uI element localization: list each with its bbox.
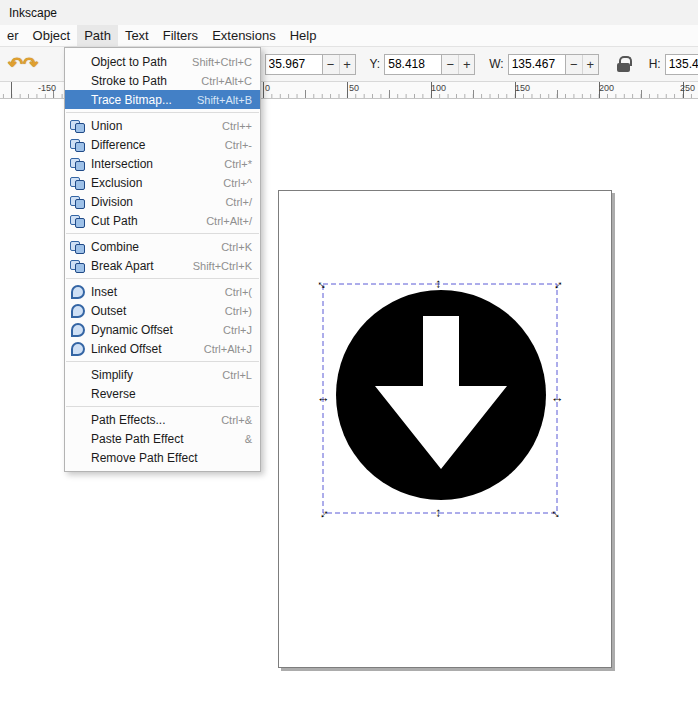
menu-item-label: Inset [91, 285, 213, 299]
menu-item-icon-spacer [69, 93, 87, 107]
menu-item-shortcut: Ctrl+& [221, 414, 252, 426]
decrement-button-w[interactable]: − [566, 55, 582, 74]
menu-item-stroke-to-path[interactable]: Stroke to PathCtrl+Alt+C [65, 71, 260, 90]
difference-icon [69, 138, 87, 152]
menu-item-shortcut: Ctrl+^ [223, 177, 252, 189]
menu-path[interactable]: Path [77, 25, 118, 46]
intersection-icon [69, 157, 87, 171]
menu-item-outset[interactable]: OutsetCtrl+) [65, 301, 260, 320]
increment-button-y[interactable]: + [458, 55, 474, 74]
scale-handle-left[interactable]: ↔ [316, 391, 330, 405]
menu-item-label: Object to Path [91, 55, 180, 69]
menu-item-reverse[interactable]: Reverse [65, 384, 260, 403]
menu-item-icon-spacer [69, 451, 87, 465]
menu-filters[interactable]: Filters [156, 25, 205, 46]
field-input-w[interactable] [508, 54, 566, 75]
menu-item-label: Union [91, 119, 210, 133]
field-input-h[interactable] [665, 54, 698, 75]
field-y: Y:−+ [370, 54, 476, 75]
menu-item-linked-offset[interactable]: Linked OffsetCtrl+Alt+J [65, 339, 260, 358]
menu-item-label: Cut Path [91, 214, 194, 228]
menu-item-path-effects[interactable]: Path Effects...Ctrl+& [65, 410, 260, 429]
scale-handle-right[interactable]: ↔ [550, 391, 564, 405]
menu-item-break-apart[interactable]: Break ApartShift+Ctrl+K [65, 256, 260, 275]
menu-text[interactable]: Text [118, 25, 156, 46]
lock-ratio-icon[interactable] [614, 53, 634, 75]
selected-object-circle-down-arrow[interactable] [336, 290, 546, 500]
scale-handle-top[interactable]: ↔ [433, 277, 447, 291]
menu-separator [66, 278, 259, 279]
menu-item-shortcut: Ctrl+/ [225, 196, 252, 208]
menu-er[interactable]: er [0, 25, 26, 46]
increment-button-x[interactable]: + [339, 55, 355, 74]
menu-item-paste-path-effect[interactable]: Paste Path Effect& [65, 429, 260, 448]
menu-item-shortcut: & [245, 433, 252, 445]
scale-handle-bottom[interactable]: ↔ [433, 506, 447, 520]
menu-item-label: Combine [91, 240, 209, 254]
ruler-label-100: 100 [431, 83, 446, 93]
menu-item-division[interactable]: DivisionCtrl+/ [65, 192, 260, 211]
spinner-y: −+ [442, 54, 475, 75]
title-bar: Inkscape [0, 0, 698, 25]
menu-item-difference[interactable]: DifferenceCtrl+- [65, 135, 260, 154]
menu-item-label: Paste Path Effect [91, 432, 233, 446]
menu-item-intersection[interactable]: IntersectionCtrl+* [65, 154, 260, 173]
menubar: erObjectPathTextFiltersExtensionsHelp [0, 25, 698, 47]
division-icon [69, 195, 87, 209]
exclusion-icon [69, 176, 87, 190]
menu-item-dynamic-offset[interactable]: Dynamic OffsetCtrl+J [65, 320, 260, 339]
menu-item-inset[interactable]: InsetCtrl+( [65, 282, 260, 301]
menu-extensions[interactable]: Extensions [205, 25, 283, 46]
menu-item-shortcut: Ctrl+Alt+C [201, 75, 252, 87]
menu-item-cut-path[interactable]: Cut PathCtrl+Alt+/ [65, 211, 260, 230]
menu-item-simplify[interactable]: SimplifyCtrl+L [65, 365, 260, 384]
field-input-x[interactable] [265, 54, 323, 75]
menu-item-label: Reverse [91, 387, 240, 401]
break-apart-icon [69, 259, 87, 273]
menu-item-icon-spacer [69, 413, 87, 427]
menu-separator [66, 361, 259, 362]
menu-item-label: Difference [91, 138, 213, 152]
field-label-w: W: [489, 57, 503, 71]
field-h: H:−+ [649, 54, 698, 75]
decrement-button-y[interactable]: − [442, 55, 458, 74]
menu-item-exclusion[interactable]: ExclusionCtrl+^ [65, 173, 260, 192]
redo-icon[interactable]: ↷ [23, 53, 38, 75]
decrement-button-x[interactable]: − [323, 55, 339, 74]
menu-item-object-to-path[interactable]: Object to PathShift+Ctrl+C [65, 52, 260, 71]
path-dropdown: Object to PathShift+Ctrl+CStroke to Path… [64, 47, 261, 472]
menu-help[interactable]: Help [283, 25, 324, 46]
menu-item-trace-bitmap[interactable]: Trace Bitmap...Shift+Alt+B [65, 90, 260, 109]
menu-item-union[interactable]: UnionCtrl++ [65, 116, 260, 135]
ruler-label-50: 50 [349, 83, 359, 93]
menu-object[interactable]: Object [26, 25, 78, 46]
menu-item-combine[interactable]: CombineCtrl+K [65, 237, 260, 256]
ruler-label-150: 150 [515, 83, 530, 93]
spinner-w: −+ [566, 54, 599, 75]
menu-item-label: Exclusion [91, 176, 211, 190]
menu-item-label: Linked Offset [91, 342, 192, 356]
ruler-label-150: -150 [38, 83, 56, 93]
menu-item-label: Remove Path Effect [91, 451, 240, 465]
undo-icon[interactable]: ↶ [8, 53, 23, 75]
menu-item-label: Stroke to Path [91, 74, 189, 88]
field-x: X:−+ [249, 54, 355, 75]
dynamic-offset-icon [69, 323, 87, 337]
menu-item-label: Intersection [91, 157, 212, 171]
menu-item-label: Simplify [91, 368, 210, 382]
linked-offset-icon [69, 342, 87, 356]
spinner-x: −+ [323, 54, 356, 75]
menu-item-icon-spacer [69, 368, 87, 382]
increment-button-w[interactable]: + [582, 55, 598, 74]
menu-separator [66, 112, 259, 113]
window-title: Inkscape [9, 6, 57, 20]
canvas-page[interactable]: ↔ ↔ ↔ ↔ ↔ ↔ ↔ ↔ [278, 190, 612, 668]
field-label-y: Y: [370, 57, 381, 71]
field-input-y[interactable] [384, 54, 442, 75]
drawing-svg [279, 191, 613, 669]
menu-item-shortcut: Ctrl+K [221, 241, 252, 253]
menu-item-label: Trace Bitmap... [91, 93, 185, 107]
menu-item-remove-path-effect[interactable]: Remove Path Effect [65, 448, 260, 467]
menu-item-shortcut: Ctrl+) [225, 305, 252, 317]
cut-path-icon [69, 214, 87, 228]
